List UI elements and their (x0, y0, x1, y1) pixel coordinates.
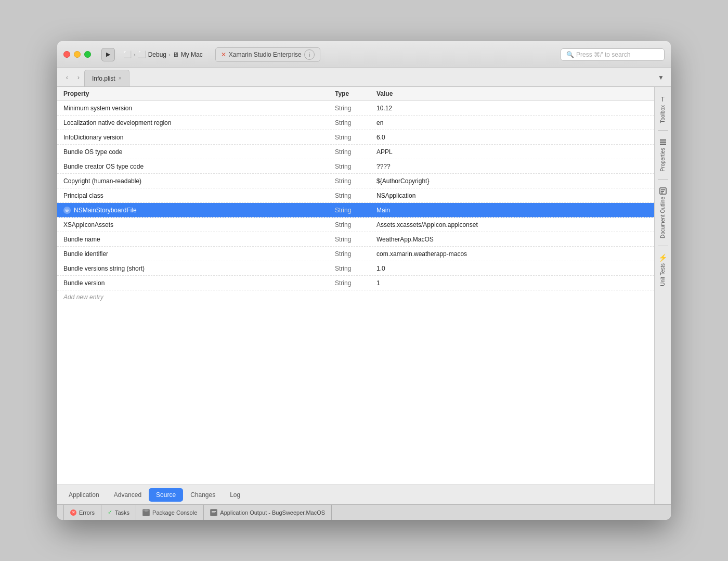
property-cell: ⊖ NSMainStoryboardFile (63, 207, 335, 214)
type-cell: String (335, 177, 376, 185)
property-cell: Bundle creator OS type code (63, 163, 335, 170)
search-box[interactable]: 🔍 Press ⌘/' to search (561, 48, 665, 61)
errors-label: Errors (79, 509, 95, 516)
table-row[interactable]: Localization native development region S… (57, 116, 654, 130)
tab-advanced-label: Advanced (114, 491, 141, 499)
tab-back-button[interactable]: ‹ (61, 68, 73, 86)
status-bar: ✕ Errors ✓ Tasks Package Console (57, 504, 671, 520)
value-cell: 1 (376, 279, 648, 287)
property-cell: Bundle name (63, 236, 335, 243)
table-row[interactable]: ⊖ NSMainStoryboardFile String Main (57, 203, 654, 218)
value-cell: 6.0 (376, 134, 648, 141)
type-cell: String (335, 192, 376, 199)
breadcrumb-sep-2: › (168, 52, 171, 58)
app-name-label: Xamarin Studio Enterprise (229, 51, 302, 58)
tab-changes[interactable]: Changes (183, 488, 223, 502)
breadcrumb-sep-1: › (134, 52, 136, 58)
status-errors[interactable]: ✕ Errors (63, 505, 101, 520)
svg-rect-10 (212, 511, 216, 512)
maximize-button[interactable] (84, 51, 91, 58)
table-row[interactable]: Minimum system version String 10.12 (57, 101, 654, 116)
tab-info-plist[interactable]: Info.plist × (84, 70, 129, 86)
breadcrumb-target[interactable]: My Mac (181, 51, 203, 58)
main-content: Property Type Value Minimum system versi… (57, 87, 671, 504)
type-cell: String (335, 236, 376, 243)
sidebar-item-toolbox[interactable]: T Toolbox (655, 91, 671, 127)
tab-application-label: Application (69, 491, 99, 499)
svg-rect-6 (661, 193, 663, 194)
value-cell: ${AuthorCopyright} (376, 177, 648, 185)
status-tasks[interactable]: ✓ Tasks (101, 505, 136, 520)
sidebar-item-properties[interactable]: Properties (655, 134, 671, 176)
tab-advanced[interactable]: Advanced (107, 488, 149, 502)
type-cell: String (335, 134, 376, 141)
sidebar-item-document-outline[interactable]: Document Outline (655, 183, 671, 243)
info-icon: i (309, 52, 310, 58)
table-row[interactable]: InfoDictionary version String 6.0 (57, 130, 654, 145)
value-cell: WeatherApp.MacOS (376, 236, 648, 243)
run-button[interactable] (101, 48, 115, 61)
table-row[interactable]: Bundle creator OS type code String ???? (57, 159, 654, 174)
app-output-label: Application Output - BugSweeper.MacOS (220, 509, 325, 516)
table-row[interactable]: Bundle name String WeatherApp.MacOS (57, 232, 654, 247)
breadcrumb: ⬜ › ⬜ Debug › 🖥 My Mac (123, 50, 203, 58)
search-icon: 🔍 (566, 51, 574, 58)
package-console-label: Package Console (152, 509, 197, 516)
tab-spacer (129, 68, 655, 86)
toolbox-icon: T (659, 95, 667, 104)
table-row[interactable]: XSAppIconAssets String Assets.xcassets/A… (57, 218, 654, 232)
table-row[interactable]: Copyright (human-readable) String ${Auth… (57, 174, 654, 188)
property-label: Bundle version (63, 279, 105, 287)
property-cell: XSAppIconAssets (63, 221, 335, 228)
svg-rect-4 (661, 189, 665, 190)
type-cell: String (335, 105, 376, 112)
app-name-badge: ✕ Xamarin Studio Enterprise i (215, 47, 320, 62)
table-row[interactable]: Bundle OS type code String APPL (57, 145, 654, 159)
package-icon (142, 509, 150, 516)
sidebar-divider-2 (658, 179, 668, 180)
header-property: Property (63, 90, 335, 97)
property-cell: Bundle versions string (short) (63, 265, 335, 272)
properties-label: Properties (660, 148, 666, 172)
value-cell: 1.0 (376, 265, 648, 272)
table-row[interactable]: Bundle identifier String com.xamarin.wea… (57, 247, 654, 261)
table-row[interactable]: Bundle version String 1 (57, 276, 654, 290)
property-cell: Bundle OS type code (63, 148, 335, 156)
tab-source-label: Source (156, 491, 176, 499)
table-row[interactable]: Bundle versions string (short) String 1.… (57, 261, 654, 276)
minimize-button[interactable] (74, 51, 81, 58)
sidebar-item-unit-tests[interactable]: ⚡ Unit Tests (655, 249, 671, 290)
app-output-icon (210, 509, 217, 516)
tab-source[interactable]: Source (149, 488, 183, 502)
search-area: 🔍 Press ⌘/' to search (561, 48, 665, 61)
tab-log[interactable]: Log (223, 488, 248, 502)
status-package-console[interactable]: Package Console (136, 505, 204, 520)
tab-close-icon[interactable]: × (119, 75, 122, 81)
tab-dropdown-button[interactable]: ▼ (655, 68, 667, 86)
tasks-icon: ✓ (108, 509, 112, 516)
add-entry-label[interactable]: Add new entry (57, 290, 654, 304)
value-cell: Main (376, 207, 648, 214)
table-row[interactable]: Principal class String NSApplication (57, 188, 654, 203)
close-button[interactable] (63, 51, 70, 58)
properties-icon (659, 138, 667, 146)
document-outline-label: Document Outline (660, 197, 666, 238)
errors-icon: ✕ (70, 509, 76, 516)
tab-forward-button[interactable]: › (73, 68, 84, 86)
info-button[interactable]: i (304, 49, 315, 60)
status-app-output[interactable]: Application Output - BugSweeper.MacOS (204, 505, 332, 520)
breadcrumb-config[interactable]: Debug (148, 51, 166, 58)
value-cell: APPL (376, 148, 648, 156)
property-label: Principal class (63, 192, 103, 199)
traffic-lights (63, 51, 91, 58)
unit-tests-label: Unit Tests (660, 263, 666, 286)
toolbox-label: Toolbox (660, 105, 666, 123)
property-label: Copyright (human-readable) (63, 177, 141, 185)
property-label: InfoDictionary version (63, 134, 123, 141)
header-type: Type (335, 90, 376, 97)
type-cell: String (335, 221, 376, 228)
tab-application[interactable]: Application (61, 488, 107, 502)
delete-row-icon[interactable]: ⊖ (63, 207, 71, 214)
unit-tests-icon: ⚡ (659, 253, 667, 262)
value-cell: 10.12 (376, 105, 648, 112)
